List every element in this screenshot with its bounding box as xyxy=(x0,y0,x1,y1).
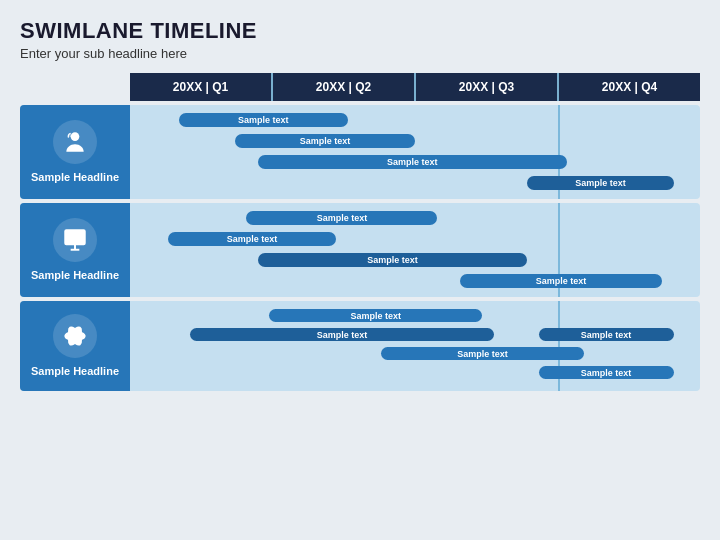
bar-s2-3: Sample text xyxy=(258,253,528,267)
bar-row-s2-2: Sample text xyxy=(134,232,696,247)
bar-row-s1-3: Sample text xyxy=(134,155,696,170)
presentation-icon xyxy=(53,218,97,262)
swimlane-2-label: Sample Headline xyxy=(31,268,119,282)
bar-s1-2: Sample text xyxy=(235,134,415,148)
bar-s3-2: Sample text xyxy=(190,328,493,341)
bar-row-s3-1: Sample text xyxy=(134,309,696,323)
bar-row-s3-2: Sample text Sample text xyxy=(134,328,696,342)
bar-row-s2-4: Sample text xyxy=(134,274,696,289)
swimlane-3-label: Sample Headline xyxy=(31,364,119,378)
bar-s1-1: Sample text xyxy=(179,113,348,127)
bar-row-s1-4: Sample text xyxy=(134,176,696,191)
swimlane-3-icon-col: Sample Headline xyxy=(20,301,130,391)
bar-s3-1: Sample text xyxy=(269,309,483,322)
bar-s3-3: Sample text xyxy=(539,328,674,341)
bar-s3-5: Sample text xyxy=(539,366,674,379)
svg-point-0 xyxy=(71,132,80,141)
quarter-q1: 20XX | Q1 xyxy=(130,73,273,101)
bar-row-s2-3: Sample text xyxy=(134,253,696,268)
timeline-wrapper: 20XX | Q1 20XX | Q2 20XX | Q3 20XX | Q4 … xyxy=(20,73,700,391)
swimlane-1-icon-col: Sample Headline xyxy=(20,105,130,199)
bar-row-s1-1: Sample text xyxy=(134,113,696,128)
bar-s1-3: Sample text xyxy=(258,155,567,169)
bar-s1-4: Sample text xyxy=(527,176,673,190)
header-row: 20XX | Q1 20XX | Q2 20XX | Q3 20XX | Q4 xyxy=(130,73,700,101)
quarter-q2: 20XX | Q2 xyxy=(273,73,416,101)
bar-s3-4: Sample text xyxy=(381,347,583,360)
person-icon xyxy=(53,120,97,164)
sub-headline: Enter your sub headline here xyxy=(20,46,700,61)
swimlane-2: Sample Headline Sample text Sample text … xyxy=(20,203,700,297)
swimlane-3: Sample Headline Sample text Sample text … xyxy=(20,301,700,391)
swimlane-1: Sample Headline Sample text Sample text … xyxy=(20,105,700,199)
bar-s2-1: Sample text xyxy=(246,211,437,225)
swimlane-1-label: Sample Headline xyxy=(31,170,119,184)
bar-row-s3-4: Sample text xyxy=(134,366,696,380)
quarter-q4: 20XX | Q4 xyxy=(559,73,700,101)
atom-icon xyxy=(53,314,97,358)
bar-row-s3-3: Sample text xyxy=(134,347,696,361)
bar-row-s2-1: Sample text xyxy=(134,211,696,226)
swimlane-2-icon-col: Sample Headline xyxy=(20,203,130,297)
bar-s2-2: Sample text xyxy=(168,232,337,246)
quarter-q3: 20XX | Q3 xyxy=(416,73,559,101)
bar-s2-4: Sample text xyxy=(460,274,662,288)
page-title: SWIMLANE TIMELINE xyxy=(20,18,700,44)
bar-row-s1-2: Sample text xyxy=(134,134,696,149)
